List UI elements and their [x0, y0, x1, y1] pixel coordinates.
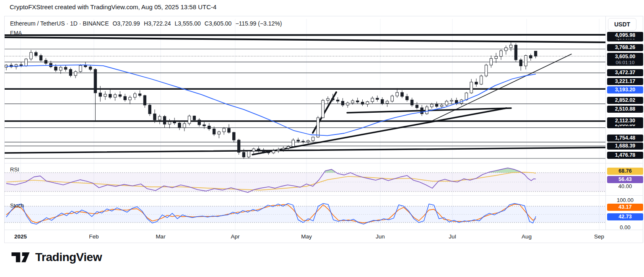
candle-body	[415, 105, 418, 108]
candle-body	[252, 149, 255, 151]
price-label-376826: 3,768.26	[607, 44, 643, 51]
candle-body	[84, 65, 87, 67]
time-tick-mar: Mar	[156, 233, 165, 240]
candle-body	[55, 67, 57, 70]
candle-body	[519, 60, 522, 66]
candle-body	[64, 67, 67, 69]
candle-body	[60, 67, 62, 70]
chart-canvas[interactable]	[5, 16, 605, 243]
candle-body	[114, 95, 116, 97]
candle-body	[514, 45, 517, 60]
time-axis[interactable]: 2025FebMarAprMayJunJulAugSep	[5, 230, 605, 243]
candle-body	[163, 116, 166, 124]
trendline[interactable]	[5, 148, 605, 153]
candle-body	[134, 94, 136, 97]
candle-body	[332, 98, 334, 100]
axis-label-10000: 100.00	[607, 197, 643, 203]
candle-body	[500, 51, 502, 57]
candle-body	[530, 55, 532, 58]
price-label-319320: 3,193.20	[607, 86, 643, 93]
candle-body	[178, 123, 181, 128]
candle-body	[410, 100, 413, 105]
price-label-147678: 1,476.78	[607, 152, 643, 159]
candle-body	[406, 96, 408, 100]
candle-body	[307, 141, 309, 142]
candle-body	[242, 153, 245, 157]
candle-body	[534, 51, 537, 56]
tradingview-logo-icon	[11, 249, 30, 266]
countdown-timer: 06:01:10	[607, 60, 643, 65]
price-axis[interactable]: 4,000.002,000.004,095.983,768.263,605.00…	[607, 16, 644, 243]
candle-body	[257, 149, 260, 150]
trendline[interactable]	[5, 37, 605, 42]
candle-body	[317, 118, 319, 137]
candle-body	[426, 107, 428, 114]
candle-body	[509, 45, 512, 48]
chart-title: Ethereum / TetherUS · 1D · BINANCE O3,72…	[10, 20, 282, 27]
time-tick-feb: Feb	[89, 233, 99, 240]
panel-separator-rsi[interactable]	[5, 163, 643, 163]
tradingview-logo: TradingView	[11, 249, 102, 266]
price-label-285202: 2,852.02	[607, 97, 643, 104]
ema-indicator-label[interactable]: EMA	[10, 30, 22, 36]
trendline[interactable]	[5, 35, 605, 35]
candle-body	[356, 101, 359, 102]
time-tick-sep: Sep	[594, 233, 604, 240]
candle-body	[233, 132, 235, 140]
price-label-251088: 2,510.88	[607, 106, 643, 113]
price-label-168839: 1,688.39	[607, 142, 643, 150]
panel-separator-stoch[interactable]	[5, 195, 643, 196]
candle-body	[440, 105, 443, 106]
candle-body	[277, 150, 280, 151]
candle-body	[183, 124, 186, 128]
candle-body	[431, 104, 433, 107]
candle-body	[297, 140, 299, 141]
candle-body	[327, 98, 329, 100]
candle-body	[376, 98, 379, 99]
time-tick-apr: Apr	[231, 233, 239, 240]
price-change: −115.99 (−3.12%)	[235, 20, 282, 27]
candle-body	[138, 94, 141, 96]
candle-body	[292, 140, 294, 146]
candle-body	[371, 98, 374, 101]
candle-body	[228, 128, 230, 132]
stoch-indicator-label[interactable]: Stoch	[10, 202, 24, 209]
candle-body	[381, 99, 384, 103]
candle-body	[361, 102, 364, 104]
trendline[interactable]	[252, 108, 506, 155]
candle-body	[30, 52, 32, 59]
candle-body	[396, 93, 398, 96]
candle-body	[495, 57, 497, 59]
candle-body	[525, 55, 527, 66]
price-label-4317: 43.17	[607, 204, 643, 211]
candle-body	[346, 103, 349, 105]
candle-body	[104, 94, 106, 96]
candle-body	[341, 101, 344, 105]
candle-body	[39, 55, 42, 60]
candle-body	[99, 93, 101, 96]
candle-body	[158, 116, 161, 120]
candle-body	[44, 60, 47, 63]
candle-body	[247, 151, 250, 157]
candle-body	[470, 82, 473, 93]
candle-body	[119, 95, 121, 96]
header-credit: CryptoFXStreet created with TradingView.…	[10, 3, 216, 10]
candle-body	[124, 96, 126, 100]
candle-body	[198, 120, 200, 125]
price-label-4273: 42.73	[607, 213, 643, 220]
candle-body	[262, 150, 265, 152]
candle-body	[35, 52, 37, 55]
candle-body	[188, 116, 190, 124]
candle-body	[450, 100, 453, 101]
candle-body	[237, 140, 240, 152]
candle-body	[74, 72, 77, 75]
time-tick-may: May	[301, 233, 312, 240]
currency-toggle-button[interactable]: USDT	[608, 18, 636, 31]
candle-body	[129, 97, 131, 100]
rsi-indicator-label[interactable]: RSI	[10, 166, 19, 173]
time-axis-separator	[5, 230, 643, 230]
candle-body	[480, 76, 483, 84]
candle-body	[366, 102, 369, 104]
candle-body	[203, 125, 205, 126]
candle-body	[89, 67, 91, 69]
